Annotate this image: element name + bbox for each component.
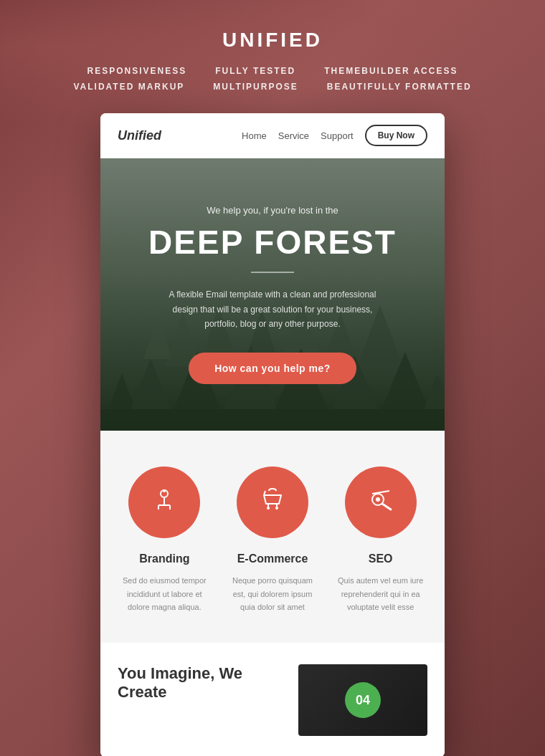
navbar-links: Home Service Support Buy Now: [242, 125, 427, 146]
nav-link-service[interactable]: Service: [278, 130, 309, 141]
site-title: UNIFIED: [57, 29, 488, 52]
svg-line-26: [372, 491, 389, 494]
navbar: Unified Home Service Support Buy Now: [100, 113, 445, 158]
branding-desc: Sed do eiusmod tempor incididunt ut labo…: [118, 574, 212, 614]
service-item-seo: SEO Quis autem vel eum iure reprehenderi…: [333, 466, 427, 614]
feature-validated: VALIDATED MARKUP: [73, 82, 184, 92]
feature-formatted: BEAUTIFULLY FORMATTED: [327, 82, 472, 92]
hero-title: DEEP FOREST: [148, 224, 397, 261]
bottom-text: You Imagine, We Create: [118, 664, 284, 702]
buy-now-button[interactable]: Buy Now: [365, 125, 427, 146]
feature-fully-tested: FULLY TESTED: [215, 66, 295, 76]
navbar-brand: Unified: [118, 128, 161, 143]
ecommerce-icon-circle: [237, 466, 308, 538]
bottom-heading-line1: You Imagine, We: [118, 664, 242, 682]
seo-icon-circle: [345, 466, 417, 538]
bottom-heading: You Imagine, We Create: [118, 664, 284, 702]
branding-title: Branding: [118, 552, 212, 565]
hero-divider: [251, 272, 294, 273]
bottom-badge-text: 04: [356, 693, 370, 708]
seo-desc: Quis autem vel eum iure reprehenderit qu…: [333, 574, 427, 614]
bottom-section: You Imagine, We Create 04: [100, 643, 445, 756]
nav-link-home[interactable]: Home: [242, 130, 267, 141]
seo-title: SEO: [333, 552, 427, 565]
hero-description: A flexible Email template with a clean a…: [158, 287, 387, 331]
hero-cta-button[interactable]: How can you help me?: [189, 353, 356, 384]
feature-themebuilder: THEMEBUILDER ACCESS: [324, 66, 458, 76]
svg-point-27: [376, 497, 380, 502]
ecommerce-icon: [258, 485, 287, 520]
ecommerce-title: E-Commerce: [226, 552, 320, 565]
nav-link-support[interactable]: Support: [321, 130, 354, 141]
mockup-card: Unified Home Service Support Buy Now: [100, 113, 445, 756]
svg-point-22: [163, 489, 166, 492]
hero-content: We help you, if you're lost in the DEEP …: [148, 205, 397, 385]
services-section: Branding Sed do eiusmod tempor incididun…: [100, 431, 445, 643]
svg-point-23: [267, 507, 270, 509]
branding-icon-circle: [128, 466, 200, 538]
bottom-image: 04: [298, 664, 427, 736]
feature-multipurpose: MULTIPURPOSE: [213, 82, 298, 92]
hero-section: We help you, if you're lost in the DEEP …: [100, 158, 445, 431]
bottom-heading-line2: Create: [118, 683, 166, 701]
service-item-ecommerce: E-Commerce Neque porro quisquam est, qui…: [226, 466, 320, 614]
bottom-badge: 04: [345, 682, 381, 718]
svg-point-24: [275, 507, 278, 509]
ecommerce-desc: Neque porro quisquam est, qui dolorem ip…: [226, 574, 320, 614]
features-grid: RESPONSIVENESS FULLY TESTED THEMEBUILDER…: [57, 66, 488, 92]
hero-subtitle: We help you, if you're lost in the: [148, 205, 397, 216]
service-item-branding: Branding Sed do eiusmod tempor incididun…: [118, 466, 212, 614]
branding-icon: [150, 485, 179, 520]
header-section: UNIFIED RESPONSIVENESS FULLY TESTED THEM…: [57, 29, 488, 92]
svg-rect-16: [100, 409, 445, 431]
services-grid: Branding Sed do eiusmod tempor incididun…: [118, 466, 427, 614]
feature-responsiveness: RESPONSIVENESS: [87, 66, 187, 76]
page-wrapper: UNIFIED RESPONSIVENESS FULLY TESTED THEM…: [0, 0, 545, 756]
seo-icon: [366, 485, 395, 520]
